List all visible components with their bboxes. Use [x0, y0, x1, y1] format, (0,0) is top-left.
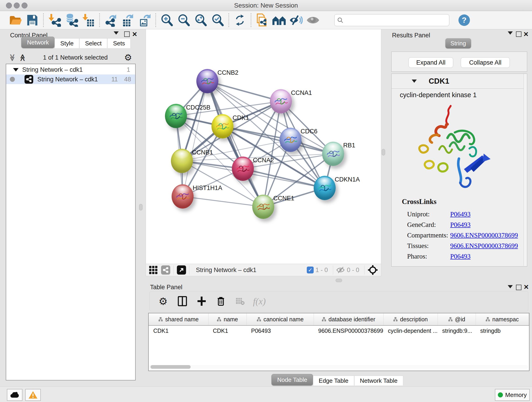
export-image-button[interactable] — [136, 13, 153, 27]
right-splitter-handle[interactable] — [382, 149, 385, 155]
gene-section-header[interactable]: CDK1 — [392, 74, 527, 89]
network-row-selected[interactable]: String Network – cdk1 11 48 — [6, 75, 135, 84]
zoom-selected-button[interactable] — [209, 13, 226, 27]
create-column-icon[interactable] — [196, 295, 207, 307]
control-panel-float-icon[interactable] — [124, 32, 130, 37]
apply-preferred-layout-button[interactable] — [231, 13, 248, 27]
node-cdk1[interactable] — [211, 114, 234, 138]
gene-expander-icon[interactable] — [412, 80, 417, 83]
column-header-label: canonical name — [264, 316, 304, 323]
cloud-button[interactable] — [7, 389, 22, 401]
hide-selection-button[interactable] — [288, 13, 304, 27]
table-cell[interactable]: 9606.ENSP00000378699 — [314, 325, 383, 336]
collapse-all-icon[interactable]: ≫ — [8, 54, 17, 61]
center-view-crosshair-icon[interactable] — [368, 265, 378, 275]
crosslink-link[interactable]: P06493 — [450, 221, 471, 229]
tab-edge-table[interactable]: Edge Table — [313, 376, 354, 385]
open-in-window-icon[interactable] — [177, 265, 186, 274]
warnings-button[interactable] — [25, 389, 41, 401]
node-hist1h1a[interactable] — [172, 184, 194, 209]
table-panel-menu-icon[interactable] — [508, 285, 513, 288]
collection-expander-icon[interactable] — [13, 68, 19, 71]
table-horizontal-scrollbar[interactable] — [149, 365, 528, 369]
expand-all-button[interactable]: Expand All — [409, 57, 453, 68]
node-ccnb2[interactable] — [196, 69, 218, 93]
table-panel-float-icon[interactable] — [516, 285, 521, 290]
zoom-in-button[interactable] — [158, 13, 175, 27]
expand-all-icon[interactable]: ≪ — [19, 54, 27, 61]
tab-node-table[interactable]: Node Table — [272, 374, 313, 385]
results-scrollbar[interactable] — [524, 74, 527, 266]
column-header-name[interactable]: name — [208, 313, 247, 325]
show-columns-icon[interactable] — [177, 295, 188, 307]
table-cell[interactable]: CDK1 — [149, 325, 208, 336]
node-ccnb1[interactable] — [171, 149, 193, 173]
column-header-sharedname[interactable]: shared name — [149, 313, 209, 325]
tab-style[interactable]: Style — [55, 38, 79, 48]
node-cdc6[interactable] — [279, 128, 302, 152]
crosslink-link[interactable]: P06493 — [450, 253, 471, 260]
import-network-from-database-button[interactable] — [63, 13, 80, 27]
control-panel-close-icon[interactable]: ✕ — [132, 31, 137, 38]
results-panel-float-icon[interactable] — [516, 32, 521, 37]
zoom-out-button[interactable] — [175, 13, 192, 27]
edge-ccnb2-hist1h1a[interactable] — [183, 81, 207, 196]
tab-network-table[interactable]: Network Table — [354, 376, 403, 385]
selected-nodes-checkbox[interactable]: ✓ — [307, 267, 314, 274]
tab-sets[interactable]: Sets — [107, 38, 131, 48]
column-header-label: namespac — [492, 316, 519, 323]
show-all-button[interactable] — [304, 13, 322, 27]
tab-select[interactable]: Select — [79, 38, 107, 48]
network-share-icon[interactable] — [161, 265, 170, 274]
column-header-id[interactable]: @id — [438, 313, 476, 325]
tab-network[interactable]: Network — [21, 37, 55, 48]
table-cell[interactable]: stringdb — [476, 325, 529, 336]
export-network-button[interactable] — [102, 13, 119, 27]
export-table-button[interactable] — [119, 13, 136, 27]
new-network-from-selection-button[interactable] — [254, 13, 271, 27]
column-header-canonicalname[interactable]: canonical name — [247, 313, 314, 325]
results-panel-menu-icon[interactable] — [508, 32, 513, 35]
node-ccna2[interactable] — [232, 157, 254, 181]
open-session-button[interactable] — [7, 13, 24, 27]
network-collection-row[interactable]: String Network – cdk1 1 — [6, 65, 135, 75]
column-header-namespac[interactable]: namespac — [476, 313, 529, 325]
column-header-description[interactable]: description — [383, 313, 438, 325]
node-ccna1[interactable] — [270, 89, 292, 114]
crosslink-link[interactable]: 9606.ENSP00000378699 — [450, 231, 518, 239]
memory-button[interactable]: Memory — [495, 389, 530, 401]
import-network-from-file-button[interactable] — [46, 13, 63, 27]
delete-column-trash-icon[interactable] — [215, 295, 227, 307]
crosslink-link[interactable]: P06493 — [450, 211, 471, 218]
node-cdc25b[interactable] — [165, 104, 187, 128]
share-icon — [26, 77, 32, 82]
scrollbar-thumb[interactable] — [151, 365, 191, 369]
control-panel-menu-icon[interactable] — [114, 32, 119, 35]
table-cell[interactable]: stringdb:9... — [438, 325, 476, 336]
hidden-eye-icon[interactable] — [336, 267, 345, 274]
table-cell[interactable]: CDK1 — [208, 325, 247, 336]
network-options-gear-icon[interactable]: ⚙ — [124, 52, 132, 63]
table-cell[interactable]: P06493 — [247, 325, 314, 336]
tab-string[interactable]: String — [445, 38, 471, 48]
search-input[interactable] — [343, 15, 449, 25]
table-panel-close-icon[interactable]: ✕ — [524, 283, 529, 291]
node-cdkn1a[interactable] — [314, 176, 336, 200]
grid-view-icon[interactable] — [149, 266, 157, 274]
collapse-all-button[interactable]: Collapse All — [461, 57, 510, 68]
column-header-databaseidentifier[interactable]: database identifier — [314, 313, 384, 325]
table-cell[interactable]: cyclin-dependent ... — [383, 325, 438, 336]
node-ccne1[interactable] — [252, 195, 274, 219]
results-panel-close-icon[interactable]: ✕ — [523, 31, 529, 38]
first-neighbors-button[interactable] — [271, 13, 288, 27]
edge-hist1h1a-ccne1[interactable] — [183, 196, 263, 207]
left-splitter-handle[interactable] — [139, 204, 143, 211]
save-session-button[interactable] — [24, 13, 41, 27]
help-button[interactable]: ? — [458, 14, 470, 26]
node-rb1[interactable] — [322, 142, 344, 166]
crosslink-link[interactable]: 9606.ENSP00000378699 — [450, 242, 518, 249]
zoom-fit-button[interactable] — [192, 13, 209, 27]
import-table-from-file-button[interactable] — [80, 13, 97, 27]
horizontal-splitter-handle[interactable] — [336, 279, 342, 282]
table-options-gear-icon[interactable]: ⚙ — [157, 295, 169, 307]
